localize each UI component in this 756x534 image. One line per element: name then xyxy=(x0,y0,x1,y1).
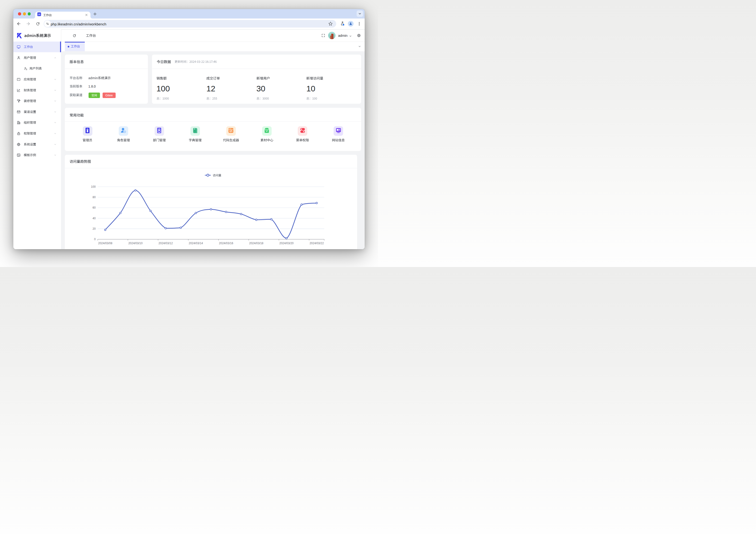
svg-text:40: 40 xyxy=(93,217,96,220)
svg-text:80: 80 xyxy=(93,196,96,199)
svg-text:2024/03/14: 2024/03/14 xyxy=(189,242,203,245)
svg-text:2024/03/08: 2024/03/08 xyxy=(98,242,112,245)
svg-text:60: 60 xyxy=(93,206,96,210)
svg-text:100: 100 xyxy=(91,185,96,188)
svg-text:20: 20 xyxy=(93,227,96,230)
svg-text:2024/03/12: 2024/03/12 xyxy=(159,242,173,245)
svg-text:2024/03/18: 2024/03/18 xyxy=(249,242,263,245)
svg-text:2024/03/16: 2024/03/16 xyxy=(219,242,233,245)
svg-text:2024/03/20: 2024/03/20 xyxy=(280,242,294,245)
svg-text:2024/03/22: 2024/03/22 xyxy=(310,242,324,245)
svg-text:0: 0 xyxy=(94,238,96,241)
svg-text:2024/03/10: 2024/03/10 xyxy=(128,242,143,245)
